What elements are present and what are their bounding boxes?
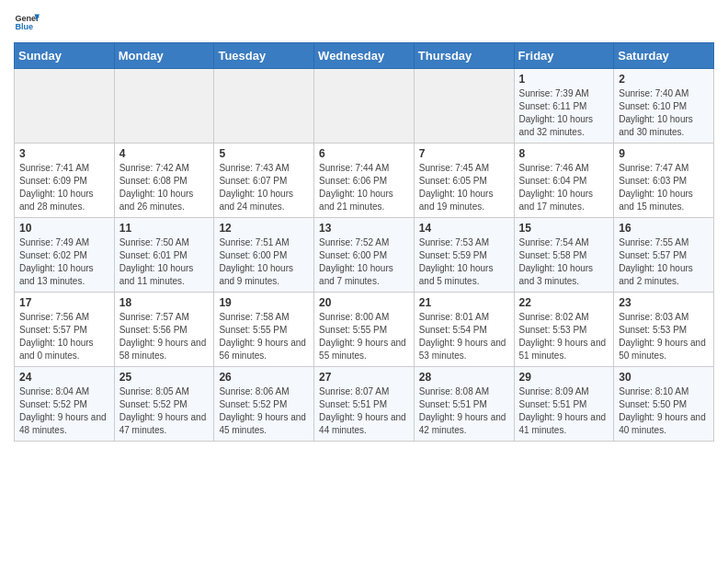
day-number: 27 xyxy=(319,371,409,384)
day-number: 3 xyxy=(19,147,109,160)
day-info: Sunrise: 8:04 AMSunset: 5:52 PMDaylight:… xyxy=(19,385,109,437)
day-info: Sunrise: 7:50 AMSunset: 6:01 PMDaylight:… xyxy=(119,236,210,288)
day-number: 18 xyxy=(119,296,210,309)
day-number: 30 xyxy=(619,371,709,384)
day-info: Sunrise: 8:00 AMSunset: 5:55 PMDaylight:… xyxy=(319,311,409,362)
day-info: Sunrise: 7:52 AMSunset: 6:00 PMDaylight:… xyxy=(319,236,409,288)
calendar-day-cell: 29Sunrise: 8:09 AMSunset: 5:51 PMDayligh… xyxy=(514,367,614,442)
calendar-day-cell: 5Sunrise: 7:43 AMSunset: 6:07 PMDaylight… xyxy=(214,144,314,218)
day-number: 29 xyxy=(519,371,609,384)
day-number: 20 xyxy=(319,296,409,309)
weekday-header-monday: Monday xyxy=(114,43,214,69)
day-number: 7 xyxy=(419,147,509,160)
calendar-day-cell: 4Sunrise: 7:42 AMSunset: 6:08 PMDaylight… xyxy=(114,144,214,218)
calendar-header: SundayMondayTuesdayWednesdayThursdayFrid… xyxy=(15,43,714,69)
calendar-day-cell xyxy=(314,69,415,144)
weekday-header-row: SundayMondayTuesdayWednesdayThursdayFrid… xyxy=(15,43,714,69)
day-number: 4 xyxy=(119,147,210,160)
day-info: Sunrise: 7:43 AMSunset: 6:07 PMDaylight:… xyxy=(219,162,309,213)
day-number: 16 xyxy=(619,222,709,235)
day-info: Sunrise: 7:51 AMSunset: 6:00 PMDaylight:… xyxy=(219,236,309,288)
day-number: 19 xyxy=(219,296,309,309)
day-info: Sunrise: 8:09 AMSunset: 5:51 PMDaylight:… xyxy=(519,385,609,437)
day-info: Sunrise: 7:46 AMSunset: 6:04 PMDaylight:… xyxy=(519,162,609,213)
calendar-day-cell: 11Sunrise: 7:50 AMSunset: 6:01 PMDayligh… xyxy=(114,218,214,293)
calendar-day-cell: 30Sunrise: 8:10 AMSunset: 5:50 PMDayligh… xyxy=(614,367,714,442)
day-info: Sunrise: 8:03 AMSunset: 5:53 PMDaylight:… xyxy=(619,311,709,362)
day-info: Sunrise: 8:05 AMSunset: 5:52 PMDaylight:… xyxy=(119,385,210,437)
weekday-header-sunday: Sunday xyxy=(15,43,115,69)
calendar-day-cell: 27Sunrise: 8:07 AMSunset: 5:51 PMDayligh… xyxy=(314,367,415,442)
calendar-week-row: 17Sunrise: 7:56 AMSunset: 5:57 PMDayligh… xyxy=(15,293,714,367)
calendar-day-cell: 3Sunrise: 7:41 AMSunset: 6:09 PMDaylight… xyxy=(15,144,115,218)
calendar-day-cell: 28Sunrise: 8:08 AMSunset: 5:51 PMDayligh… xyxy=(414,367,514,442)
day-info: Sunrise: 7:56 AMSunset: 5:57 PMDaylight:… xyxy=(19,311,109,362)
svg-text:Blue: Blue xyxy=(15,22,33,31)
day-number: 24 xyxy=(19,371,109,384)
day-number: 1 xyxy=(519,73,609,86)
calendar-body: 1Sunrise: 7:39 AMSunset: 6:11 PMDaylight… xyxy=(15,69,714,442)
day-number: 8 xyxy=(519,147,609,160)
day-info: Sunrise: 7:39 AMSunset: 6:11 PMDaylight:… xyxy=(519,87,609,139)
calendar-day-cell: 22Sunrise: 8:02 AMSunset: 5:53 PMDayligh… xyxy=(514,293,614,367)
weekday-header-saturday: Saturday xyxy=(614,43,714,69)
calendar-day-cell xyxy=(114,69,214,144)
day-info: Sunrise: 7:45 AMSunset: 6:05 PMDaylight:… xyxy=(419,162,509,213)
calendar-day-cell: 9Sunrise: 7:47 AMSunset: 6:03 PMDaylight… xyxy=(614,144,714,218)
weekday-header-friday: Friday xyxy=(514,43,614,69)
day-number: 21 xyxy=(419,296,509,309)
day-info: Sunrise: 8:07 AMSunset: 5:51 PMDaylight:… xyxy=(319,385,409,437)
calendar-day-cell: 15Sunrise: 7:54 AMSunset: 5:58 PMDayligh… xyxy=(514,218,614,293)
day-info: Sunrise: 7:57 AMSunset: 5:56 PMDaylight:… xyxy=(119,311,210,362)
day-info: Sunrise: 8:08 AMSunset: 5:51 PMDaylight:… xyxy=(419,385,509,437)
calendar-day-cell: 6Sunrise: 7:44 AMSunset: 6:06 PMDaylight… xyxy=(314,144,415,218)
day-info: Sunrise: 8:10 AMSunset: 5:50 PMDaylight:… xyxy=(619,385,709,437)
day-info: Sunrise: 7:40 AMSunset: 6:10 PMDaylight:… xyxy=(619,87,709,139)
weekday-header-tuesday: Tuesday xyxy=(214,43,314,69)
day-number: 12 xyxy=(219,222,309,235)
calendar-day-cell: 25Sunrise: 8:05 AMSunset: 5:52 PMDayligh… xyxy=(114,367,214,442)
generalblue-logo-icon: General Blue xyxy=(14,9,40,35)
calendar-day-cell xyxy=(214,69,314,144)
calendar-week-row: 24Sunrise: 8:04 AMSunset: 5:52 PMDayligh… xyxy=(15,367,714,442)
calendar-day-cell: 24Sunrise: 8:04 AMSunset: 5:52 PMDayligh… xyxy=(15,367,115,442)
logo: General Blue xyxy=(14,9,40,35)
day-number: 2 xyxy=(619,73,709,86)
page-header: General Blue xyxy=(14,9,714,35)
day-info: Sunrise: 7:54 AMSunset: 5:58 PMDaylight:… xyxy=(519,236,609,288)
calendar-day-cell: 8Sunrise: 7:46 AMSunset: 6:04 PMDaylight… xyxy=(514,144,614,218)
calendar-day-cell: 7Sunrise: 7:45 AMSunset: 6:05 PMDaylight… xyxy=(414,144,514,218)
calendar-week-row: 3Sunrise: 7:41 AMSunset: 6:09 PMDaylight… xyxy=(15,144,714,218)
day-number: 9 xyxy=(619,147,709,160)
calendar-day-cell: 16Sunrise: 7:55 AMSunset: 5:57 PMDayligh… xyxy=(614,218,714,293)
calendar-day-cell: 20Sunrise: 8:00 AMSunset: 5:55 PMDayligh… xyxy=(314,293,415,367)
calendar-day-cell: 19Sunrise: 7:58 AMSunset: 5:55 PMDayligh… xyxy=(214,293,314,367)
day-info: Sunrise: 7:49 AMSunset: 6:02 PMDaylight:… xyxy=(19,236,109,288)
calendar-day-cell: 17Sunrise: 7:56 AMSunset: 5:57 PMDayligh… xyxy=(15,293,115,367)
calendar-day-cell xyxy=(414,69,514,144)
day-info: Sunrise: 7:41 AMSunset: 6:09 PMDaylight:… xyxy=(19,162,109,213)
day-number: 5 xyxy=(219,147,309,160)
day-info: Sunrise: 8:02 AMSunset: 5:53 PMDaylight:… xyxy=(519,311,609,362)
day-number: 28 xyxy=(419,371,509,384)
day-number: 15 xyxy=(519,222,609,235)
calendar-day-cell: 23Sunrise: 8:03 AMSunset: 5:53 PMDayligh… xyxy=(614,293,714,367)
day-number: 10 xyxy=(19,222,109,235)
calendar-day-cell: 13Sunrise: 7:52 AMSunset: 6:00 PMDayligh… xyxy=(314,218,415,293)
calendar-day-cell: 26Sunrise: 8:06 AMSunset: 5:52 PMDayligh… xyxy=(214,367,314,442)
calendar-day-cell: 21Sunrise: 8:01 AMSunset: 5:54 PMDayligh… xyxy=(414,293,514,367)
day-info: Sunrise: 8:01 AMSunset: 5:54 PMDaylight:… xyxy=(419,311,509,362)
day-info: Sunrise: 8:06 AMSunset: 5:52 PMDaylight:… xyxy=(219,385,309,437)
weekday-header-wednesday: Wednesday xyxy=(314,43,415,69)
weekday-header-thursday: Thursday xyxy=(414,43,514,69)
calendar-week-row: 10Sunrise: 7:49 AMSunset: 6:02 PMDayligh… xyxy=(15,218,714,293)
day-info: Sunrise: 7:58 AMSunset: 5:55 PMDaylight:… xyxy=(219,311,309,362)
day-info: Sunrise: 7:55 AMSunset: 5:57 PMDaylight:… xyxy=(619,236,709,288)
day-number: 22 xyxy=(519,296,609,309)
day-info: Sunrise: 7:47 AMSunset: 6:03 PMDaylight:… xyxy=(619,162,709,213)
day-info: Sunrise: 7:53 AMSunset: 5:59 PMDaylight:… xyxy=(419,236,509,288)
calendar-day-cell: 12Sunrise: 7:51 AMSunset: 6:00 PMDayligh… xyxy=(214,218,314,293)
calendar-table: SundayMondayTuesdayWednesdayThursdayFrid… xyxy=(14,42,714,442)
calendar-day-cell: 2Sunrise: 7:40 AMSunset: 6:10 PMDaylight… xyxy=(614,69,714,144)
day-number: 13 xyxy=(319,222,409,235)
